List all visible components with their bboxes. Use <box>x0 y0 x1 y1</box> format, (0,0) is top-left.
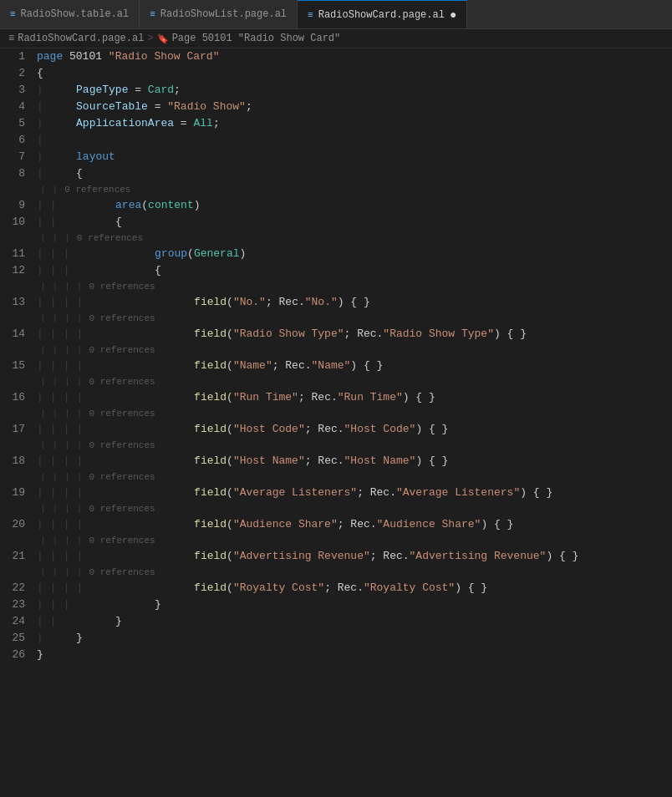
token-kw-white: ) <box>194 199 201 211</box>
token-kw-white: ; Rec. <box>266 296 305 308</box>
indent-pipe: | <box>33 197 47 214</box>
indent-pipe: | <box>60 389 74 406</box>
code-line: 1page 50101 "Radio Show Card" <box>0 48 672 65</box>
code-line: 13|||| field("No."; Rec."No.") { } <box>0 294 672 311</box>
ref-hint-row: ||||0 references <box>0 374 672 389</box>
token-kw-white: ; <box>174 84 181 96</box>
indent-pipe: | <box>37 501 49 516</box>
line-number: 18 <box>0 453 33 470</box>
line-number: 15 <box>0 358 33 374</box>
ref-count-hint[interactable]: 0 references <box>85 279 155 294</box>
ref-count-hint[interactable]: 0 references <box>85 501 155 516</box>
indent-pipe: | <box>61 565 74 580</box>
token-kw-white: ; Rec. <box>344 327 384 340</box>
ref-count-hint[interactable]: 0 references <box>61 182 130 197</box>
token-kw-white: ( <box>227 581 233 594</box>
indent-pipe: | <box>49 470 62 485</box>
tab-icon-1: ≡ <box>10 9 16 19</box>
token-kw-lightblue: PageType <box>76 84 128 96</box>
line-number: 16 <box>0 389 33 406</box>
code-line: 14|||| field("Radio Show Type"; Rec."Rad… <box>0 326 672 343</box>
indent-pipe: | <box>74 406 86 421</box>
ref-count-hint[interactable]: 0 references <box>85 533 155 548</box>
code-line: 18|||| field("Host Name"; Rec."Host Name… <box>0 453 672 470</box>
line-content: field("Average Listeners"; Rec."Average … <box>86 485 672 501</box>
breadcrumb-file: RadioShowCard.page.al <box>18 33 144 44</box>
tab-radioshow-table[interactable]: ≡ RadioShow.table.al <box>0 0 140 28</box>
token-kw-white: ; Rec. <box>370 550 410 562</box>
breadcrumb-icon: ≡ <box>8 33 14 44</box>
token-kw-orange: "No." <box>305 296 338 308</box>
code-line: 15|||| field("Name"; Rec."Name") { } <box>0 358 672 374</box>
line-number: 13 <box>0 294 33 311</box>
line-content: } <box>33 647 672 663</box>
token-kw-white: ) <box>240 247 247 260</box>
indent-pipe: | <box>73 389 86 406</box>
ref-count-hint[interactable]: 0 references <box>85 470 155 485</box>
code-line: 3| PageType = Card; <box>0 82 672 99</box>
indent-pipe: | <box>49 501 62 516</box>
line-content: field("No."; Rec."No.") { } <box>86 294 672 311</box>
token-kw-yellow: field <box>194 518 227 530</box>
token-kw-white: ) { } <box>546 550 578 562</box>
token-kw-white: ) { } <box>415 423 448 435</box>
token-kw-white: { <box>64 216 122 228</box>
tab-radioshowlist-page[interactable]: ≡ RadioShowList.page.al <box>140 0 298 28</box>
code-line: 25| } <box>0 630 672 647</box>
indent-pipe: | <box>33 580 47 596</box>
indent-pipe: | <box>60 262 74 279</box>
line-number: 20 <box>0 516 33 533</box>
token-kw-white: ; Rec. <box>305 454 344 467</box>
token-kw-white: ) { } <box>415 454 448 467</box>
token-kw-yellow: field <box>194 486 227 499</box>
token-kw-white <box>89 359 194 372</box>
line-number: 1 <box>0 48 33 65</box>
line-content: { <box>60 214 672 231</box>
tab-modified-dot: ● <box>450 8 456 22</box>
indent-pipe: | <box>61 533 74 548</box>
indent-pipe: | <box>37 279 49 294</box>
indent-pipe: | <box>74 343 86 358</box>
token-kw-white: ; Rec. <box>298 391 338 404</box>
code-line: 4| SourceTable = "Radio Show"; <box>0 99 672 115</box>
indent-pipe: | <box>60 294 74 311</box>
indent-pipe: | <box>61 343 74 358</box>
line-number: 17 <box>0 421 33 438</box>
indent-pipe: | <box>33 389 47 406</box>
indent-pipe: | <box>74 311 86 326</box>
indent-pipe: | <box>33 149 47 165</box>
indent-pipe: | <box>60 246 74 262</box>
line-number: 24 <box>0 613 33 630</box>
code-line: 22|||| field("Royalty Cost"; Rec."Royalt… <box>0 580 672 596</box>
ref-count-hint[interactable]: 0 references <box>85 406 155 421</box>
token-kw-orange: "Advertising Revenue" <box>233 550 370 562</box>
line-number: 7 <box>0 149 33 165</box>
indent-pipe: | <box>61 279 74 294</box>
indent-pipe: | <box>33 99 47 115</box>
indent-pipe: | <box>33 453 47 470</box>
token-kw-white: ) { } <box>350 359 383 372</box>
ref-count-hint[interactable]: 0 references <box>85 311 155 326</box>
indent-pipe: | <box>49 533 62 548</box>
token-kw-orange: "Host Name" <box>344 454 416 467</box>
token-kw-orange: "Radio Show Type" <box>233 327 344 340</box>
indent-pipe: | <box>60 453 74 470</box>
token-kw-blue: group <box>155 247 187 260</box>
ref-count-hint[interactable]: 0 references <box>74 231 143 246</box>
ref-count-hint[interactable]: 0 references <box>85 343 155 358</box>
line-number: 5 <box>0 115 33 132</box>
indent-pipe: | <box>60 421 74 438</box>
token-kw-orange: "Name" <box>233 359 272 372</box>
breadcrumb-sep: > <box>147 33 153 44</box>
ref-count-hint[interactable]: 0 references <box>85 438 155 453</box>
token-kw-white: 50101 <box>63 50 109 63</box>
indent-pipe: | <box>47 613 60 630</box>
token-kw-white: ; <box>213 117 220 129</box>
token-kw-white <box>89 518 194 530</box>
tab-radioshowcard-page[interactable]: ≡ RadioShowCard.page.al ● <box>298 0 467 28</box>
token-kw-white: ; <box>246 100 252 113</box>
ref-count-hint[interactable]: 0 references <box>85 565 155 580</box>
indent-pipe: | <box>60 358 74 374</box>
indent-pipe: | <box>60 548 74 565</box>
ref-count-hint[interactable]: 0 references <box>85 374 155 389</box>
